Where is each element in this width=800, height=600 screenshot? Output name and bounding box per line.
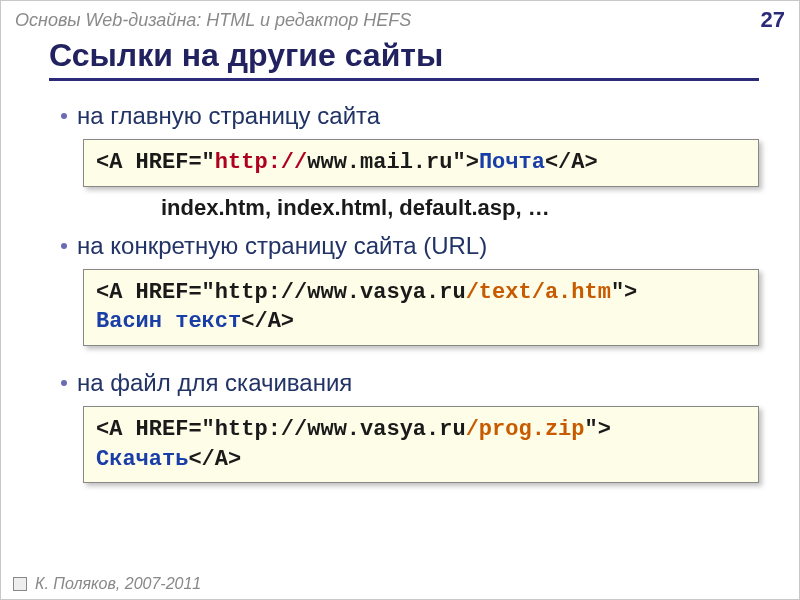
- code-fragment: /prog.zip: [466, 417, 585, 442]
- bullet-text: на конкретную страницу сайта (URL): [77, 231, 487, 261]
- code-fragment: ">: [611, 280, 637, 305]
- copyright-text: К. Поляков, 2007-2011: [35, 575, 201, 593]
- code-fragment: <A HREF="http://www.vasya.ru: [96, 280, 466, 305]
- code-fragment: ">: [585, 417, 611, 442]
- slide-subject: Основы Web-дизайна: HTML и редактор HEFS: [15, 10, 411, 31]
- slide-heading: Ссылки на другие сайты: [49, 35, 759, 81]
- code-main-page: <A HREF="http://www.mail.ru">Почта</A>: [83, 139, 759, 187]
- code-fragment: /text/a.htm: [466, 280, 611, 305]
- page-number: 27: [761, 7, 785, 33]
- bullet-text: на файл для скачивания: [77, 368, 352, 398]
- code-fragment: www.mail.ru">: [307, 150, 479, 175]
- code-fragment: <A HREF="http://www.vasya.ru: [96, 417, 466, 442]
- code-fragment: Скачать: [96, 447, 188, 472]
- topbar: Основы Web-дизайна: HTML и редактор HEFS…: [1, 1, 799, 35]
- bullet-text: на главную страницу сайта: [77, 101, 380, 131]
- bullet-dot-icon: [61, 243, 67, 249]
- code-fragment: </A>: [241, 309, 294, 334]
- bullet-dot-icon: [61, 113, 67, 119]
- code-download-file: <A HREF="http://www.vasya.ru/prog.zip"> …: [83, 406, 759, 483]
- bullet-download-file: на файл для скачивания: [61, 368, 759, 398]
- code-fragment: </A>: [188, 447, 241, 472]
- footer: К. Поляков, 2007-2011: [1, 571, 799, 599]
- bullet-main-page: на главную страницу сайта: [61, 101, 759, 131]
- heading-wrap: Ссылки на другие сайты: [1, 35, 799, 81]
- bullet-dot-icon: [61, 380, 67, 386]
- code-fragment: Почта: [479, 150, 545, 175]
- code-fragment: http://: [215, 150, 307, 175]
- default-files-note: index.htm, index.html, default.asp, …: [161, 195, 759, 221]
- code-specific-page: <A HREF="http://www.vasya.ru/text/a.htm"…: [83, 269, 759, 346]
- footer-square-icon: [13, 577, 27, 591]
- code-fragment: <A HREF=": [96, 150, 215, 175]
- content: на главную страницу сайта <A HREF="http:…: [1, 81, 799, 483]
- bullet-specific-page: на конкретную страницу сайта (URL): [61, 231, 759, 261]
- code-fragment: </A>: [545, 150, 598, 175]
- code-fragment: Васин текст: [96, 309, 241, 334]
- slide: Основы Web-дизайна: HTML и редактор HEFS…: [0, 0, 800, 600]
